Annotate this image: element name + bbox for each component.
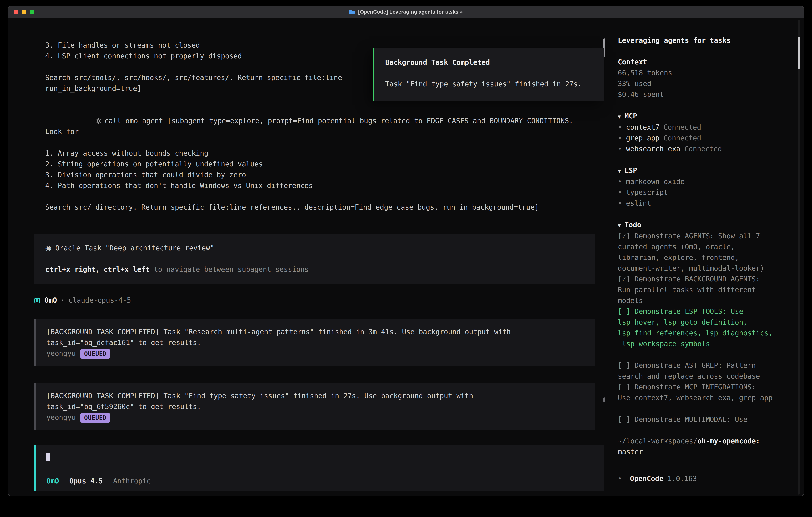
session-title: Leveraging agents for tasks	[618, 35, 794, 46]
traffic-lights	[13, 6, 34, 18]
input-agent-name: OmO	[46, 476, 59, 487]
bullet-icon: •	[618, 134, 622, 142]
app-version: 1.0.163	[668, 474, 697, 483]
lsp-name: eslint	[626, 199, 651, 207]
lsp-name: markdown-oxide	[626, 178, 685, 186]
task-user: yeongyu	[46, 413, 76, 421]
mcp-name: context7	[626, 123, 660, 131]
mcp-name: websearch_exa	[626, 145, 680, 153]
todo-heading-label: Todo	[625, 221, 641, 229]
oracle-task-panel: ◉Oracle Task "Deep architecture review" …	[34, 234, 595, 284]
context-used: 33% used	[618, 78, 794, 89]
mcp-heading[interactable]: ▼MCP	[618, 111, 794, 122]
lsp-section: ▼LSP •markdown-oxide •typescript •eslint	[618, 165, 794, 209]
agent-name: OmO	[45, 295, 57, 306]
oracle-hint-text: to navigate between subagent sessions	[150, 266, 309, 273]
todo-heading[interactable]: ▼Todo	[618, 219, 794, 231]
context-spent: $0.46 spent	[618, 89, 794, 100]
queued-badge: QUEUED	[81, 413, 110, 423]
window-title-text: [OpenCode] Leveraging agents for tasks ◐	[358, 6, 463, 18]
mcp-item: •grep_appConnected	[618, 133, 794, 143]
main-scrollbar-thumb-secondary[interactable]	[603, 398, 605, 402]
oracle-title: Oracle Task "Deep architecture review"	[55, 244, 214, 252]
titlebar[interactable]: [OpenCode] Leveraging agents for tasks ◐	[8, 6, 804, 19]
gear-icon	[95, 118, 101, 124]
screen: [OpenCode] Leveraging agents for tasks ◐…	[0, 0, 812, 517]
terminal-window: [OpenCode] Leveraging agents for tasks ◐…	[8, 6, 804, 496]
todo-item: [✓] Demonstrate AGENTS: Show all 7 curat…	[618, 231, 794, 274]
queued-badge: QUEUED	[81, 349, 110, 359]
window-title: [OpenCode] Leveraging agents for tasks ◐	[349, 6, 463, 18]
oracle-hint-keys: ctrl+x right, ctrl+x left	[45, 266, 150, 273]
workspace-repo: oh-my-opencode:	[697, 437, 760, 445]
collapse-arrow-icon: ▼	[618, 168, 621, 174]
collapse-arrow-icon: ▼	[618, 113, 621, 119]
folder-icon	[349, 9, 355, 15]
workspace-info: ~/local-workspaces/oh-my-opencode: maste…	[618, 436, 794, 457]
collapse-arrow-icon: ▼	[618, 222, 621, 228]
todo-section: ▼Todo [✓] Demonstrate AGENTS: Show all 7…	[618, 219, 794, 425]
todo-item: [✓] Demonstrate BACKGROUND AGENTS: Run p…	[618, 274, 794, 306]
context-section: Context 66,518 tokens 33% used $0.46 spe…	[618, 57, 794, 100]
task-user: yeongyu	[46, 350, 76, 357]
sidebar: Leveraging agents for tasks Context 66,5…	[607, 19, 804, 496]
todo-item: [ ] Demonstrate AST-GREP: Pattern search…	[618, 360, 794, 382]
task-message-text: [BACKGROUND TASK COMPLETED] Task "Find t…	[46, 391, 584, 412]
background-task-message: [BACKGROUND TASK COMPLETED] Task "Resear…	[34, 320, 595, 366]
app-version-footer: •OpenCode1.0.163	[618, 473, 697, 484]
input-model-name: Opus 4.5	[69, 476, 103, 487]
agent-header: OmO · claude-opus-4-5	[34, 295, 595, 306]
mcp-heading-label: MCP	[625, 112, 637, 120]
workspace-path: ~/local-workspaces/	[618, 437, 697, 445]
minimize-button[interactable]	[22, 9, 26, 15]
mcp-status: Connected	[664, 123, 701, 131]
lsp-heading-label: LSP	[625, 166, 637, 174]
text-cursor	[46, 453, 50, 461]
background-task-message: [BACKGROUND TASK COMPLETED] Task "Find t…	[34, 383, 595, 430]
bullet-icon: •	[618, 188, 622, 196]
workspace-branch: master	[618, 446, 794, 457]
tool-call-header: call_omo_agent [subagent_type=explore, p…	[45, 117, 577, 136]
separator-dot: ·	[61, 295, 65, 306]
mcp-section: ▼MCP •context7Connected •grep_appConnect…	[618, 111, 794, 154]
lsp-item: •typescript	[618, 187, 794, 198]
terminal-main: 3. File handles or streams not closed 4.…	[8, 19, 607, 496]
task-message-text: [BACKGROUND TASK COMPLETED] Task "Resear…	[46, 327, 584, 348]
bullet-icon: •	[618, 474, 622, 483]
mcp-status: Connected	[664, 134, 701, 142]
prompt-input[interactable]: OmO Opus 4.5 Anthropic	[34, 445, 604, 491]
bullet-icon: •	[618, 178, 622, 186]
tool-call-block: call_omo_agent [subagent_type=explore, p…	[45, 105, 591, 213]
close-button[interactable]	[13, 9, 19, 15]
context-tokens: 66,518 tokens	[618, 67, 794, 78]
todo-item: [ ] Demonstrate LSP TOOLS: Use lsp_hover…	[618, 306, 794, 350]
mcp-item: •context7Connected	[618, 122, 794, 133]
zoom-button[interactable]	[30, 9, 34, 15]
todo-item: [ ] Demonstrate MCP INTEGRATIONS: Use co…	[618, 382, 794, 404]
mcp-name: grep_app	[626, 134, 660, 142]
agent-model: claude-opus-4-5	[68, 295, 131, 306]
app-name: OpenCode	[630, 474, 664, 483]
input-provider-name: Anthropic	[113, 476, 151, 487]
bullet-icon: •	[618, 145, 622, 153]
sidebar-scrollbar-track[interactable]	[798, 20, 800, 495]
mcp-status: Connected	[684, 145, 722, 153]
lsp-heading[interactable]: ▼LSP	[618, 165, 794, 176]
todo-item: [ ] Demonstrate MULTIMODAL: Use	[618, 414, 794, 425]
notification-title: Background Task Completed	[385, 57, 604, 68]
bullet-icon: •	[618, 199, 622, 207]
agent-icon	[34, 298, 40, 303]
sidebar-scrollbar-thumb[interactable]	[798, 37, 800, 69]
lsp-item: •eslint	[618, 198, 794, 209]
notification-body: Task "Find type safety issues" finished …	[385, 79, 604, 89]
tool-call-body: 1. Array access without bounds checking …	[45, 148, 591, 213]
input-footer: OmO Opus 4.5 Anthropic	[46, 476, 593, 487]
lsp-name: typescript	[626, 188, 668, 196]
bullet-icon: •	[618, 123, 622, 131]
lsp-item: •markdown-oxide	[618, 176, 794, 187]
oracle-icon: ◉	[45, 244, 51, 252]
context-heading: Context	[618, 57, 794, 67]
notification-toast: Background Task Completed Task "Find typ…	[373, 48, 604, 101]
mcp-item: •websearch_exaConnected	[618, 143, 794, 154]
